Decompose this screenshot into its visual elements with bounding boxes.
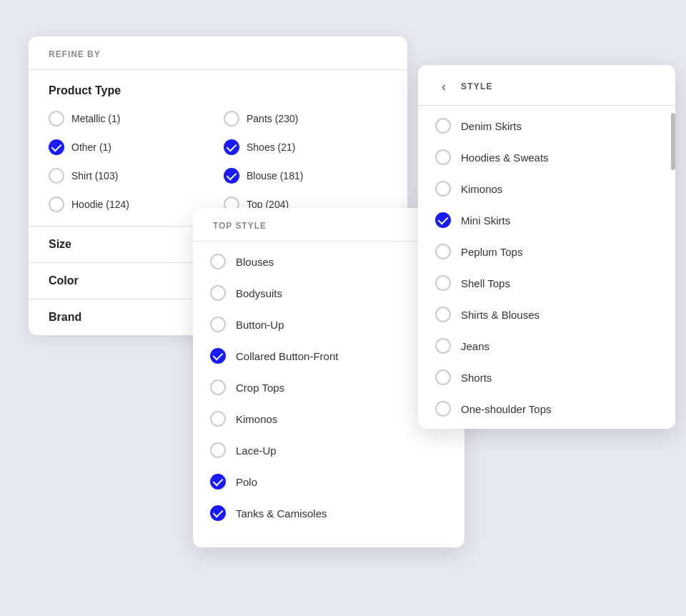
checkbox-shirt[interactable] (49, 168, 64, 184)
filter-shoes[interactable]: Shoes (21) (218, 133, 393, 162)
checkbox-hoodies-sweats[interactable] (435, 149, 451, 165)
style-peplum-tops-label: Peplum Tops (461, 246, 522, 258)
style-tanks-label: Tanks & Camisoles (236, 507, 327, 520)
color-title: Color (49, 274, 79, 287)
style-hoodies-sweats[interactable]: Hoodies & Sweats (418, 141, 675, 173)
style-blouses-label: Blouses (236, 256, 274, 268)
checkbox-bodysuits[interactable] (210, 285, 226, 301)
style-kimonos-2-label: Kimonos (461, 183, 502, 195)
style-button-up-label: Button-Up (236, 319, 284, 331)
filter-hoodie[interactable]: Hoodie (124) (43, 190, 218, 219)
style-shorts-label: Shorts (461, 372, 492, 384)
style-denim-skirts-label: Denim Skirts (461, 120, 522, 132)
checkbox-denim-skirts[interactable] (435, 118, 451, 134)
style-denim-skirts[interactable]: Denim Skirts (418, 110, 675, 141)
checkbox-shirts-blouses[interactable] (435, 307, 451, 322)
checkbox-lace-up[interactable] (210, 442, 226, 458)
filter-metallic-label: Metallic (1) (71, 113, 120, 124)
filter-pants[interactable]: Pants (230) (218, 104, 393, 133)
scrollbar-thumb[interactable] (671, 113, 675, 170)
checkbox-metallic[interactable] (49, 111, 64, 126)
filter-other-label: Other (1) (71, 141, 111, 153)
style-one-shoulder-label: One-shoulder Tops (461, 403, 551, 415)
style-tanks[interactable]: Tanks & Camisoles (193, 497, 464, 529)
style-panel-header: ‹ STYLE (418, 65, 675, 106)
style-kimonos-2[interactable]: Kimonos (418, 173, 675, 204)
style-jeans[interactable]: Jeans (418, 330, 675, 362)
style-peplum-tops[interactable]: Peplum Tops (418, 236, 675, 267)
filter-blouse-label: Blouse (181) (247, 170, 303, 182)
checkbox-tanks[interactable] (210, 505, 226, 521)
checkbox-other[interactable] (49, 139, 64, 155)
style-panel-title: STYLE (461, 81, 493, 91)
filter-other[interactable]: Other (1) (43, 133, 218, 162)
style-jeans-label: Jeans (461, 340, 489, 352)
style-mini-skirts-label: Mini Skirts (461, 214, 510, 227)
style-shirts-blouses-label: Shirts & Blouses (461, 309, 540, 321)
style-shirts-blouses[interactable]: Shirts & Blouses (418, 299, 675, 330)
style-panel: ‹ STYLE Denim Skirts Hoodies & Sweats Ki… (418, 65, 675, 429)
style-bodysuits-label: Bodysuits (236, 287, 282, 299)
filter-shirt-label: Shirt (103) (71, 170, 118, 182)
checkbox-shorts[interactable] (435, 369, 451, 385)
filter-blouse[interactable]: Blouse (181) (218, 162, 393, 190)
checkbox-polo[interactable] (210, 474, 226, 490)
style-one-shoulder[interactable]: One-shoulder Tops (418, 393, 675, 424)
checkbox-kimonos-2[interactable] (435, 181, 451, 197)
style-shorts[interactable]: Shorts (418, 362, 675, 393)
checkbox-peplum-tops[interactable] (435, 244, 451, 259)
style-shell-tops-label: Shell Tops (461, 277, 510, 289)
style-shell-tops[interactable]: Shell Tops (418, 267, 675, 299)
filter-shoes-label: Shoes (21) (247, 141, 295, 153)
checkbox-shell-tops[interactable] (435, 275, 451, 291)
style-crop-tops-label: Crop Tops (236, 382, 284, 394)
checkbox-kimonos[interactable] (210, 411, 226, 427)
refine-by-header: REFINE BY (29, 36, 407, 70)
product-type-title: Product Type (29, 70, 407, 104)
style-hoodies-sweats-label: Hoodies & Sweats (461, 151, 549, 164)
style-polo-label: Polo (236, 476, 257, 488)
style-lace-up-label: Lace-Up (236, 444, 277, 457)
style-lace-up[interactable]: Lace-Up (193, 434, 464, 466)
style-mini-skirts[interactable]: Mini Skirts (418, 204, 675, 236)
filter-shirt[interactable]: Shirt (103) (43, 162, 218, 190)
size-title: Size (49, 238, 71, 250)
brand-title: Brand (49, 311, 81, 323)
checkbox-pants[interactable] (224, 111, 239, 126)
style-polo[interactable]: Polo (193, 466, 464, 497)
style-kimonos-label: Kimonos (236, 413, 277, 425)
checkbox-crop-tops[interactable] (210, 379, 226, 395)
checkbox-mini-skirts[interactable] (435, 212, 451, 228)
filter-pants-label: Pants (230) (247, 113, 298, 124)
checkbox-blouse[interactable] (224, 168, 239, 184)
checkbox-hoodie[interactable] (49, 197, 64, 212)
checkbox-collared[interactable] (210, 348, 226, 364)
filter-metallic[interactable]: Metallic (1) (43, 104, 218, 133)
style-panel-list[interactable]: Denim Skirts Hoodies & Sweats Kimonos Mi… (418, 106, 675, 429)
style-collared-label: Collared Button-Front (236, 350, 338, 362)
checkbox-one-shoulder[interactable] (435, 401, 451, 417)
checkbox-jeans[interactable] (435, 338, 451, 354)
checkbox-button-up[interactable] (210, 317, 226, 332)
filter-hoodie-label: Hoodie (124) (71, 199, 129, 210)
checkbox-shoes[interactable] (224, 139, 239, 155)
checkbox-blouses[interactable] (210, 254, 226, 269)
back-button[interactable]: ‹ (435, 78, 452, 95)
